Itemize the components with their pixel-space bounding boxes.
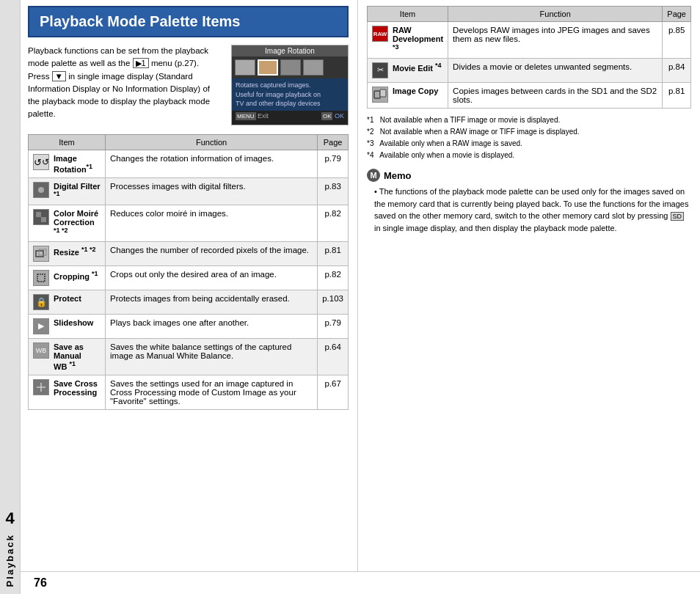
item-label: Save as ManualWB *1 <box>54 342 84 371</box>
item-label: RAWDevelopment *3 <box>393 26 443 54</box>
crop-icon <box>33 270 49 286</box>
manual-wb-icon: WB <box>33 342 49 359</box>
footnote-4: *4 Available only when a movie is displa… <box>367 150 691 161</box>
function-cell: Copies images between cards in the SD1 a… <box>448 82 663 108</box>
table-row: ✂ Movie Edit *4 Divides a movie or delet… <box>368 58 691 82</box>
function-cell: Reduces color moiré in images. <box>106 205 318 242</box>
memo-icon: M <box>367 169 380 182</box>
memo-section: M Memo The functions of the playback mod… <box>367 169 691 235</box>
function-cell: Divides a movie or deletes unwanted segm… <box>448 58 663 82</box>
image-copy-icon <box>372 87 388 103</box>
thumb-title: Image Rotation <box>232 45 348 56</box>
item-label: ImageRotation*1 <box>54 154 92 174</box>
thumb-photo-3 <box>280 59 301 76</box>
filter-icon <box>33 182 49 198</box>
footnote-3: *3 Available only when a RAW image is sa… <box>367 138 691 150</box>
thumb-photo-2 <box>258 59 278 76</box>
thumb-photo-4 <box>303 59 324 76</box>
svg-rect-5 <box>36 251 43 257</box>
thumb-footer: MENU Exit OK OK <box>232 111 348 121</box>
resize-icon <box>33 246 49 262</box>
function-cell: Changes the number of recorded pixels of… <box>106 241 318 265</box>
page-cell: p.79 <box>318 314 349 338</box>
function-cell: Processes images with digital filters. <box>106 177 318 205</box>
table-row: RAW RAWDevelopment *3 Develops RAW image… <box>368 22 691 59</box>
svg-rect-4 <box>41 217 46 222</box>
chapter-number: 4 <box>5 509 14 528</box>
table-row: ▶ Slideshow Plays back images one after … <box>29 314 349 338</box>
page-cell: p.67 <box>318 375 349 409</box>
intro-paragraph: Playback functions can be set from the p… <box>28 46 210 118</box>
page-cell: p.81 <box>318 241 349 265</box>
item-label: Image Copy <box>393 87 438 95</box>
svg-rect-3 <box>36 212 41 217</box>
table-row: Cropping *1 Crops out only the desired a… <box>29 265 349 290</box>
svg-rect-6 <box>39 249 46 255</box>
thumb-description: Rotates captured images.Useful for image… <box>232 78 348 111</box>
page-cell: p.82 <box>318 265 349 290</box>
item-cell: ▶ Slideshow <box>29 314 106 338</box>
function-cell: Plays back images one after another. <box>106 314 318 338</box>
intro-area: Playback functions can be set from the p… <box>28 45 349 125</box>
image-rotation-thumbnail: Image Rotation Rotates captured images.U… <box>231 45 349 125</box>
left-sidebar: 4 Playback <box>0 0 21 594</box>
intro-text: Playback functions can be set from the p… <box>28 45 224 125</box>
function-cell: Changes the rotation information of imag… <box>106 150 318 178</box>
item-cell: Resize *1 *2 <box>29 241 106 265</box>
footnote-2: *2 Not available when a RAW image or TIF… <box>367 126 691 138</box>
slideshow-icon: ▶ <box>33 318 49 334</box>
thumb-photo-1 <box>235 59 255 76</box>
page-cell: p.81 <box>663 82 691 108</box>
bottom-bar: 76 <box>21 571 700 594</box>
table-row: 🔒 Protect Protects images from being acc… <box>29 290 349 314</box>
left-table-header-function: Function <box>106 135 318 150</box>
page-cell: p.103 <box>318 290 349 314</box>
svg-rect-7 <box>37 274 45 282</box>
table-row: WB Save as ManualWB *1 Saves the white b… <box>29 338 349 375</box>
columns-container: Playback Mode Palette Items Playback fun… <box>21 0 700 571</box>
table-row: Color MoiréCorrection *1 *2 Reduces colo… <box>29 205 349 242</box>
item-label: Resize *1 *2 <box>54 248 95 257</box>
function-cell: Develops RAW images into JPEG images and… <box>448 22 663 59</box>
item-cell: RAW RAWDevelopment *3 <box>368 22 448 59</box>
right-table-header-page: Page <box>663 7 691 22</box>
page-cell: p.82 <box>318 205 349 242</box>
item-cell: 🔒 Protect <box>29 290 106 314</box>
function-cell: Saves the settings used for an image cap… <box>106 375 318 409</box>
svg-rect-12 <box>380 89 386 97</box>
function-cell: Saves the white balance settings of the … <box>106 338 318 375</box>
item-label: Cropping *1 <box>54 272 98 281</box>
item-label: Slideshow <box>54 318 93 327</box>
thumb-photos <box>232 56 348 78</box>
item-cell: Save CrossProcessing <box>29 375 106 409</box>
function-cell: Protects images from being accidentally … <box>106 290 318 314</box>
main-content: Playback Mode Palette Items Playback fun… <box>21 0 700 594</box>
memo-title: M Memo <box>367 169 691 183</box>
cross-processing-icon <box>33 379 49 395</box>
thumb-exit: MENU Exit <box>236 112 269 120</box>
item-cell: WB Save as ManualWB *1 <box>29 338 106 375</box>
right-column: Item Function Page RAW RAWDevelopment *3 <box>358 0 700 571</box>
rotate-icon: ↺ <box>33 154 49 170</box>
footnotes: *1 Not available when a TIFF image or mo… <box>367 114 691 161</box>
right-table: Item Function Page RAW RAWDevelopment *3 <box>367 6 691 109</box>
page-cell: p.84 <box>663 58 691 82</box>
chapter-label: Playback <box>4 534 15 587</box>
table-row: ↺ ImageRotation*1 Changes the rotation i… <box>29 150 349 178</box>
page-cell: p.79 <box>318 150 349 178</box>
left-table-header-item: Item <box>29 135 106 150</box>
memo-label: Memo <box>384 169 412 183</box>
page-cell: p.83 <box>318 177 349 205</box>
item-label: Movie Edit *4 <box>393 64 442 73</box>
table-row: Save CrossProcessing Saves the settings … <box>29 375 349 409</box>
left-table: Item Function Page ↺ ImageRotation*1 <box>28 134 349 410</box>
table-row: Image Copy Copies images between cards i… <box>368 82 691 108</box>
item-cell: ↺ ImageRotation*1 <box>29 150 106 178</box>
page-cell: p.85 <box>663 22 691 59</box>
protect-icon: 🔒 <box>33 294 49 310</box>
page-title: Playback Mode Palette Items <box>28 6 349 37</box>
page-cell: p.64 <box>318 338 349 375</box>
item-label: Save CrossProcessing <box>54 379 98 397</box>
item-label: Protect <box>54 294 81 303</box>
item-cell: ✂ Movie Edit *4 <box>368 58 448 82</box>
